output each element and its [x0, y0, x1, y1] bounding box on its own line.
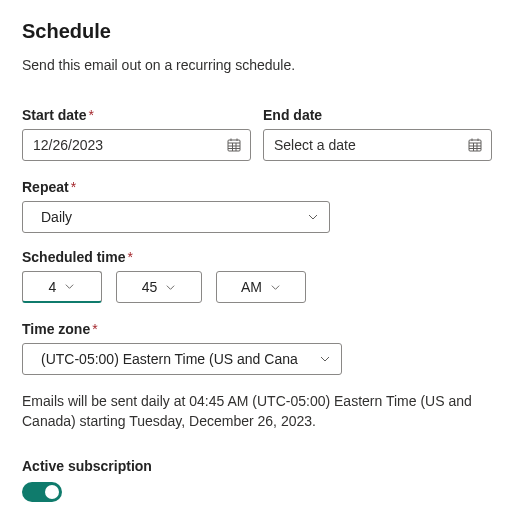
active-subscription-toggle[interactable] [22, 482, 62, 502]
scheduled-time-label: Scheduled time* [22, 249, 492, 265]
end-date-label-text: End date [263, 107, 322, 123]
date-row: Start date* 12/26/2023 End date [22, 107, 492, 161]
page-subtitle: Send this email out on a recurring sched… [22, 57, 492, 73]
chevron-down-icon [270, 282, 281, 293]
active-subscription-label: Active subscription [22, 458, 492, 474]
hour-select[interactable]: 4 [22, 271, 102, 303]
timezone-field: Time zone* (UTC-05:00) Eastern Time (US … [22, 321, 342, 375]
end-date-label: End date [263, 107, 492, 123]
start-date-input[interactable]: 12/26/2023 [22, 129, 251, 161]
start-date-label-text: Start date [22, 107, 87, 123]
timezone-value: (UTC-05:00) Eastern Time (US and Cana [41, 351, 319, 367]
page-title: Schedule [22, 20, 492, 43]
required-asterisk: * [127, 249, 132, 265]
timezone-label-text: Time zone [22, 321, 90, 337]
repeat-field: Repeat* Daily [22, 179, 492, 233]
repeat-label: Repeat* [22, 179, 492, 195]
end-date-input[interactable]: Select a date [263, 129, 492, 161]
scheduled-time-label-text: Scheduled time [22, 249, 125, 265]
chevron-down-icon [165, 282, 176, 293]
schedule-summary: Emails will be sent daily at 04:45 AM (U… [22, 391, 492, 432]
minute-value: 45 [142, 279, 158, 295]
time-row: 4 45 AM [22, 271, 492, 303]
hour-value: 4 [49, 279, 57, 295]
ampm-select[interactable]: AM [216, 271, 306, 303]
start-date-label: Start date* [22, 107, 251, 123]
repeat-select[interactable]: Daily [22, 201, 330, 233]
end-date-placeholder: Select a date [274, 137, 467, 153]
active-subscription-field: Active subscription [22, 458, 492, 502]
scheduled-time-field: Scheduled time* 4 45 AM [22, 249, 492, 303]
calendar-icon[interactable] [226, 137, 242, 153]
toggle-knob [45, 485, 59, 499]
chevron-down-icon [319, 353, 331, 365]
required-asterisk: * [89, 107, 94, 123]
chevron-down-icon [307, 211, 319, 223]
repeat-value: Daily [41, 209, 307, 225]
required-asterisk: * [92, 321, 97, 337]
required-asterisk: * [71, 179, 76, 195]
timezone-label: Time zone* [22, 321, 342, 337]
ampm-value: AM [241, 279, 262, 295]
timezone-select[interactable]: (UTC-05:00) Eastern Time (US and Cana [22, 343, 342, 375]
start-date-field: Start date* 12/26/2023 [22, 107, 251, 161]
repeat-label-text: Repeat [22, 179, 69, 195]
start-date-value: 12/26/2023 [33, 137, 226, 153]
chevron-down-icon [64, 281, 75, 292]
end-date-field: End date Select a date [263, 107, 492, 161]
calendar-icon[interactable] [467, 137, 483, 153]
minute-select[interactable]: 45 [116, 271, 202, 303]
